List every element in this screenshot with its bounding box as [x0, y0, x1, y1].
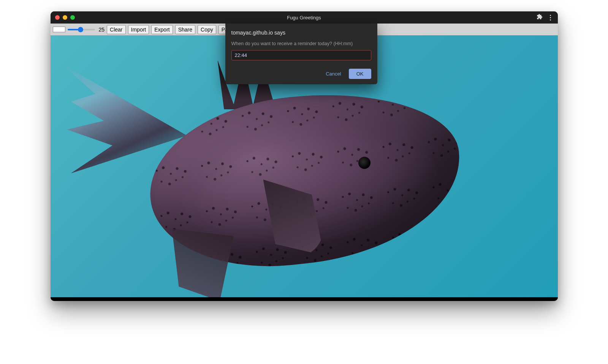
- ok-button[interactable]: OK: [349, 69, 371, 79]
- maximize-window-button[interactable]: [70, 15, 75, 20]
- bottom-edge: [51, 297, 558, 301]
- brush-size-slider[interactable]: [68, 26, 95, 33]
- dialog-input[interactable]: [231, 50, 371, 60]
- extensions-icon[interactable]: [537, 14, 543, 21]
- export-button[interactable]: Export: [151, 25, 173, 34]
- menu-kebab-icon[interactable]: [548, 15, 553, 20]
- cancel-button[interactable]: Cancel: [324, 69, 342, 79]
- prompt-dialog: tomayac.github.io says When do you want …: [225, 24, 377, 84]
- minimize-window-button[interactable]: [63, 15, 67, 20]
- brush-size-value: 25: [99, 27, 105, 33]
- dialog-origin: tomayac.github.io says: [231, 30, 371, 36]
- share-button[interactable]: Share: [175, 25, 195, 34]
- canvas-image: [66, 50, 522, 297]
- window-title: Fugu Greetings: [51, 15, 558, 20]
- import-button[interactable]: Import: [128, 25, 149, 34]
- titlebar: Fugu Greetings: [51, 11, 558, 24]
- copy-button[interactable]: Copy: [198, 25, 216, 34]
- dialog-message: When do you want to receive a reminder t…: [231, 41, 371, 46]
- clear-button[interactable]: Clear: [107, 25, 125, 34]
- color-swatch[interactable]: [53, 27, 65, 32]
- application-window: Fugu Greetings 25 Clear Import Export Sh…: [51, 11, 558, 301]
- window-controls: [55, 15, 75, 20]
- close-window-button[interactable]: [55, 15, 60, 20]
